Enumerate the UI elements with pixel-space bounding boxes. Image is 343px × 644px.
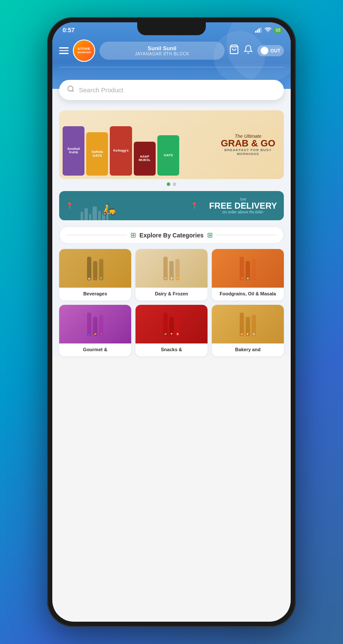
search-icon-svg	[67, 85, 75, 93]
out-label: OUT	[271, 48, 280, 53]
category-card-beverages[interactable]: ☕ 🫖 🧃 Beverages	[59, 249, 131, 301]
product-saffola: SaffolaOATS	[86, 132, 108, 176]
user-info-pill[interactable]: Sunil Sunil JAYANAGAR 8TH BLOCK	[99, 42, 225, 60]
pin-right-icon: 📍	[191, 202, 198, 209]
category-icon-left: ⊞	[130, 231, 136, 239]
banner-dots	[59, 182, 284, 188]
logo-text: STORE MANAGER	[78, 47, 91, 54]
explore-line-left	[66, 235, 127, 235]
category-card-dairy[interactable]: 🧈 🥛 🧀 Dairy & Frozen	[135, 249, 208, 301]
explore-line-right	[216, 235, 277, 235]
category-image-gourmet: 🫐 🥜 🍫	[59, 305, 131, 343]
pin-left-icon: 📍	[66, 202, 73, 209]
notification-button[interactable]	[244, 45, 253, 57]
search-bar[interactable]: Search Product	[59, 80, 284, 100]
grab-go-banner-wrapper: Soulfullfruit& SaffolaOATS Kellogg's ASA…	[59, 110, 284, 188]
search-icon	[67, 85, 75, 95]
product-soulfull: Soulfullfruit&	[63, 126, 84, 176]
header-row: STORE MANAGER Sunil Sunil JAYANAGAR 8TH …	[59, 39, 284, 62]
out-toggle-button[interactable]: OUT	[257, 45, 284, 56]
category-name-gourmet: Gourmet &	[59, 343, 131, 356]
category-image-beverages: ☕ 🫖 🧃	[59, 249, 131, 288]
toggle-circle	[261, 47, 268, 55]
banner-headline3: BREAKFAST FOR BUSY	[221, 148, 275, 152]
banner-headline4: MORNINGS	[221, 152, 275, 156]
dot-1	[167, 182, 170, 186]
category-card-foodgrains[interactable]: 🌾 🫙 🌶️ Foodgrains, Oil & Masala	[212, 249, 284, 301]
category-image-foodgrains: 🌾 🫙 🌶️	[212, 249, 284, 288]
delivery-main: FREE DELIVERY	[209, 201, 277, 210]
user-location: JAYANAGAR 8TH BLOCK	[105, 52, 219, 56]
category-icon-right: ⊞	[207, 231, 213, 239]
category-name-foodgrains: Foodgrains, Oil & Masala	[212, 288, 284, 301]
delivery-banner[interactable]: 📍 🛵 Get FREE DELIVERY on order above R	[59, 191, 284, 220]
status-time: 0:57	[61, 27, 75, 33]
banner-text: The Ultimate GRAB & GO BREAKFAST FOR BUS…	[221, 134, 275, 156]
svg-point-5	[68, 86, 73, 91]
product-quaker: OATS	[157, 135, 179, 176]
svg-rect-2	[259, 28, 260, 33]
phone-screen: 0:57 68	[52, 22, 291, 622]
main-content: Soulfullfruit& SaffolaOATS Kellogg's ASA…	[52, 89, 291, 356]
basket-icon	[229, 44, 239, 55]
category-name-bakery: Bakery and	[212, 343, 284, 356]
svg-line-6	[72, 90, 73, 91]
category-name-dairy: Dairy & Frozen	[135, 288, 208, 301]
header-divider	[59, 67, 284, 67]
battery-badge: 68	[274, 27, 282, 33]
category-image-dairy: 🧈 🥛 🧀	[135, 249, 208, 288]
category-card-bakery[interactable]: 🍰 🍞 🧁 Bakery and	[212, 305, 284, 356]
banner-headline2: GRAB & GO	[221, 139, 275, 148]
dot-2	[173, 182, 176, 186]
category-card-snacks[interactable]: 🥔 🍟 🍿 Snacks &	[135, 305, 208, 356]
category-grid: ☕ 🫖 🧃 Beverages 🧈 🥛 🧀	[59, 249, 284, 356]
search-input[interactable]: Search Product	[79, 86, 276, 94]
delivery-text: Get FREE DELIVERY on order above Rs.699/…	[209, 197, 277, 214]
svg-rect-0	[255, 31, 256, 33]
product-asap: ASAPMUESL	[134, 142, 156, 176]
status-icons: 68	[255, 27, 282, 33]
explore-section: ⊞ Explore By Categories ⊞	[59, 226, 284, 244]
header-actions: OUT	[229, 44, 284, 57]
basket-button[interactable]	[229, 44, 239, 57]
wifi-icon	[265, 27, 271, 33]
grab-go-banner[interactable]: Soulfullfruit& SaffolaOATS Kellogg's ASA…	[59, 110, 284, 179]
phone-notch	[137, 22, 206, 35]
svg-rect-1	[257, 30, 258, 33]
signal-icon	[255, 27, 262, 33]
banner-products: Soulfullfruit& SaffolaOATS Kellogg's ASA…	[59, 110, 183, 179]
phone-frame: 0:57 68	[47, 17, 296, 627]
explore-header: ⊞ Explore By Categories ⊞	[59, 226, 284, 244]
scooter-icon: 🛵	[102, 203, 116, 216]
category-image-bakery: 🍰 🍞 🧁	[212, 305, 284, 343]
user-name: Sunil Sunil	[105, 45, 219, 52]
bell-icon	[244, 45, 253, 54]
category-name-beverages: Beverages	[59, 288, 131, 301]
svg-rect-3	[260, 27, 262, 33]
menu-button[interactable]	[59, 47, 69, 54]
category-name-snacks: Snacks &	[135, 343, 208, 356]
category-image-snacks: 🥔 🍟 🍿	[135, 305, 208, 343]
delivery-sub: on order above Rs.699/-	[209, 210, 277, 214]
explore-label: Explore By Categories	[139, 232, 203, 239]
store-logo[interactable]: STORE MANAGER	[73, 39, 95, 62]
product-kelloggs: Kellogg's	[110, 126, 132, 176]
category-card-gourmet[interactable]: 🫐 🥜 🍫 Gourmet &	[59, 305, 131, 356]
